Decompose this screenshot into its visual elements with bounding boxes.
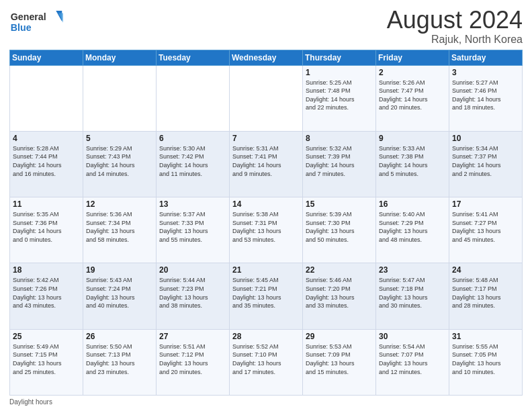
calendar-cell: 30Sunrise: 5:54 AM Sunset: 7:07 PM Dayli…: [376, 329, 449, 395]
day-number: 23: [379, 265, 446, 275]
calendar-week-2: 4Sunrise: 5:28 AM Sunset: 7:44 PM Daylig…: [10, 131, 523, 197]
calendar-cell: 26Sunrise: 5:50 AM Sunset: 7:13 PM Dayli…: [83, 329, 157, 395]
day-info: Sunrise: 5:53 AM Sunset: 7:09 PM Dayligh…: [306, 342, 373, 376]
day-info: Sunrise: 5:35 AM Sunset: 7:36 PM Dayligh…: [13, 210, 80, 244]
calendar-cell: 20Sunrise: 5:44 AM Sunset: 7:23 PM Dayli…: [157, 263, 230, 329]
page: General Blue August 2024 Rajuk, North Ko…: [0, 0, 532, 411]
calendar-header-saturday: Saturday: [449, 50, 523, 65]
day-info: Sunrise: 5:55 AM Sunset: 7:05 PM Dayligh…: [452, 342, 519, 376]
day-number: 24: [452, 265, 519, 275]
calendar-cell: 31Sunrise: 5:55 AM Sunset: 7:05 PM Dayli…: [449, 329, 523, 395]
day-number: 20: [159, 265, 226, 275]
calendar-cell: 6Sunrise: 5:30 AM Sunset: 7:42 PM Daylig…: [157, 131, 230, 197]
day-number: 22: [306, 265, 373, 275]
calendar-week-5: 25Sunrise: 5:49 AM Sunset: 7:15 PM Dayli…: [10, 329, 523, 395]
day-info: Sunrise: 5:38 AM Sunset: 7:31 PM Dayligh…: [232, 210, 300, 244]
calendar-cell: 14Sunrise: 5:38 AM Sunset: 7:31 PM Dayli…: [230, 197, 303, 263]
calendar-cell: 16Sunrise: 5:40 AM Sunset: 7:29 PM Dayli…: [376, 197, 449, 263]
calendar-week-1: 1Sunrise: 5:25 AM Sunset: 7:48 PM Daylig…: [10, 65, 523, 131]
day-info: Sunrise: 5:50 AM Sunset: 7:13 PM Dayligh…: [86, 342, 153, 376]
day-info: Sunrise: 5:34 AM Sunset: 7:37 PM Dayligh…: [452, 144, 519, 178]
day-info: Sunrise: 5:28 AM Sunset: 7:44 PM Dayligh…: [13, 144, 80, 178]
day-info: Sunrise: 5:42 AM Sunset: 7:26 PM Dayligh…: [13, 276, 80, 310]
calendar-cell: [83, 65, 157, 131]
calendar-cell: 5Sunrise: 5:29 AM Sunset: 7:43 PM Daylig…: [83, 131, 157, 197]
day-info: Sunrise: 5:40 AM Sunset: 7:29 PM Dayligh…: [379, 210, 446, 244]
calendar-cell: 2Sunrise: 5:26 AM Sunset: 7:47 PM Daylig…: [376, 65, 449, 131]
day-number: 17: [452, 199, 519, 209]
calendar-cell: 7Sunrise: 5:31 AM Sunset: 7:41 PM Daylig…: [230, 131, 303, 197]
calendar-cell: 10Sunrise: 5:34 AM Sunset: 7:37 PM Dayli…: [449, 131, 523, 197]
calendar-cell: 1Sunrise: 5:25 AM Sunset: 7:48 PM Daylig…: [303, 65, 376, 131]
day-info: Sunrise: 5:29 AM Sunset: 7:43 PM Dayligh…: [86, 144, 153, 178]
day-info: Sunrise: 5:39 AM Sunset: 7:30 PM Dayligh…: [306, 210, 373, 244]
day-info: Sunrise: 5:43 AM Sunset: 7:24 PM Dayligh…: [86, 276, 153, 310]
day-number: 10: [452, 134, 519, 143]
svg-text:Blue: Blue: [11, 22, 32, 33]
footer-note: Daylight hours: [9, 398, 523, 406]
calendar-cell: [157, 65, 230, 131]
calendar-cell: 21Sunrise: 5:45 AM Sunset: 7:21 PM Dayli…: [230, 263, 303, 329]
day-number: 13: [159, 199, 226, 209]
day-info: Sunrise: 5:45 AM Sunset: 7:21 PM Dayligh…: [232, 276, 300, 310]
day-number: 2: [379, 68, 446, 77]
day-info: Sunrise: 5:47 AM Sunset: 7:18 PM Dayligh…: [379, 276, 446, 310]
calendar-cell: 12Sunrise: 5:36 AM Sunset: 7:34 PM Dayli…: [83, 197, 157, 263]
day-info: Sunrise: 5:54 AM Sunset: 7:07 PM Dayligh…: [379, 342, 446, 376]
header: General Blue August 2024 Rajuk, North Ko…: [9, 7, 523, 46]
calendar-cell: 13Sunrise: 5:37 AM Sunset: 7:33 PM Dayli…: [157, 197, 230, 263]
day-number: 15: [306, 199, 373, 209]
day-info: Sunrise: 5:37 AM Sunset: 7:33 PM Dayligh…: [159, 210, 226, 244]
calendar-table: SundayMondayTuesdayWednesdayThursdayFrid…: [9, 50, 523, 396]
calendar-cell: 19Sunrise: 5:43 AM Sunset: 7:24 PM Dayli…: [83, 263, 157, 329]
calendar-header-tuesday: Tuesday: [157, 50, 230, 65]
calendar-header-monday: Monday: [83, 50, 157, 65]
day-info: Sunrise: 5:51 AM Sunset: 7:12 PM Dayligh…: [159, 342, 226, 376]
day-info: Sunrise: 5:46 AM Sunset: 7:20 PM Dayligh…: [306, 276, 373, 310]
day-info: Sunrise: 5:41 AM Sunset: 7:27 PM Dayligh…: [452, 210, 519, 244]
day-info: Sunrise: 5:32 AM Sunset: 7:39 PM Dayligh…: [306, 144, 373, 178]
day-number: 16: [379, 199, 446, 209]
day-info: Sunrise: 5:26 AM Sunset: 7:47 PM Dayligh…: [379, 79, 446, 112]
day-number: 18: [13, 265, 80, 275]
calendar-header-sunday: Sunday: [10, 50, 83, 65]
calendar-cell: 4Sunrise: 5:28 AM Sunset: 7:44 PM Daylig…: [10, 131, 83, 197]
calendar-cell: 29Sunrise: 5:53 AM Sunset: 7:09 PM Dayli…: [303, 329, 376, 395]
day-number: 28: [232, 332, 300, 341]
day-info: Sunrise: 5:48 AM Sunset: 7:17 PM Dayligh…: [452, 276, 519, 310]
calendar-cell: 15Sunrise: 5:39 AM Sunset: 7:30 PM Dayli…: [303, 197, 376, 263]
calendar-cell: 18Sunrise: 5:42 AM Sunset: 7:26 PM Dayli…: [10, 263, 83, 329]
day-number: 9: [379, 134, 446, 143]
day-number: 31: [452, 332, 519, 341]
calendar-cell: 23Sunrise: 5:47 AM Sunset: 7:18 PM Dayli…: [376, 263, 449, 329]
calendar-cell: [10, 65, 83, 131]
title-block: August 2024 Rajuk, North Korea: [387, 7, 523, 46]
day-number: 19: [86, 265, 153, 275]
day-number: 5: [86, 134, 153, 143]
calendar-cell: 17Sunrise: 5:41 AM Sunset: 7:27 PM Dayli…: [449, 197, 523, 263]
calendar-header-row: SundayMondayTuesdayWednesdayThursdayFrid…: [10, 50, 523, 65]
day-number: 11: [13, 199, 80, 209]
calendar-week-3: 11Sunrise: 5:35 AM Sunset: 7:36 PM Dayli…: [10, 197, 523, 263]
day-info: Sunrise: 5:52 AM Sunset: 7:10 PM Dayligh…: [232, 342, 300, 376]
calendar-cell: 11Sunrise: 5:35 AM Sunset: 7:36 PM Dayli…: [10, 197, 83, 263]
day-number: 6: [159, 134, 226, 143]
day-info: Sunrise: 5:30 AM Sunset: 7:42 PM Dayligh…: [159, 144, 226, 178]
calendar-header-wednesday: Wednesday: [230, 50, 303, 65]
day-info: Sunrise: 5:27 AM Sunset: 7:46 PM Dayligh…: [452, 79, 519, 112]
calendar-cell: 22Sunrise: 5:46 AM Sunset: 7:20 PM Dayli…: [303, 263, 376, 329]
day-info: Sunrise: 5:49 AM Sunset: 7:15 PM Dayligh…: [13, 342, 80, 376]
day-number: 3: [452, 68, 519, 77]
day-number: 26: [86, 332, 153, 341]
calendar-week-4: 18Sunrise: 5:42 AM Sunset: 7:26 PM Dayli…: [10, 263, 523, 329]
day-number: 30: [379, 332, 446, 341]
footer-label: Daylight hours: [9, 398, 52, 406]
sub-title: Rajuk, North Korea: [387, 34, 523, 46]
day-info: Sunrise: 5:33 AM Sunset: 7:38 PM Dayligh…: [379, 144, 446, 178]
day-info: Sunrise: 5:44 AM Sunset: 7:23 PM Dayligh…: [159, 276, 226, 310]
calendar-cell: 3Sunrise: 5:27 AM Sunset: 7:46 PM Daylig…: [449, 65, 523, 131]
day-info: Sunrise: 5:31 AM Sunset: 7:41 PM Dayligh…: [232, 144, 300, 178]
calendar-cell: 24Sunrise: 5:48 AM Sunset: 7:17 PM Dayli…: [449, 263, 523, 329]
generalblue-logo-icon: General Blue: [9, 7, 63, 36]
day-number: 21: [232, 265, 300, 275]
